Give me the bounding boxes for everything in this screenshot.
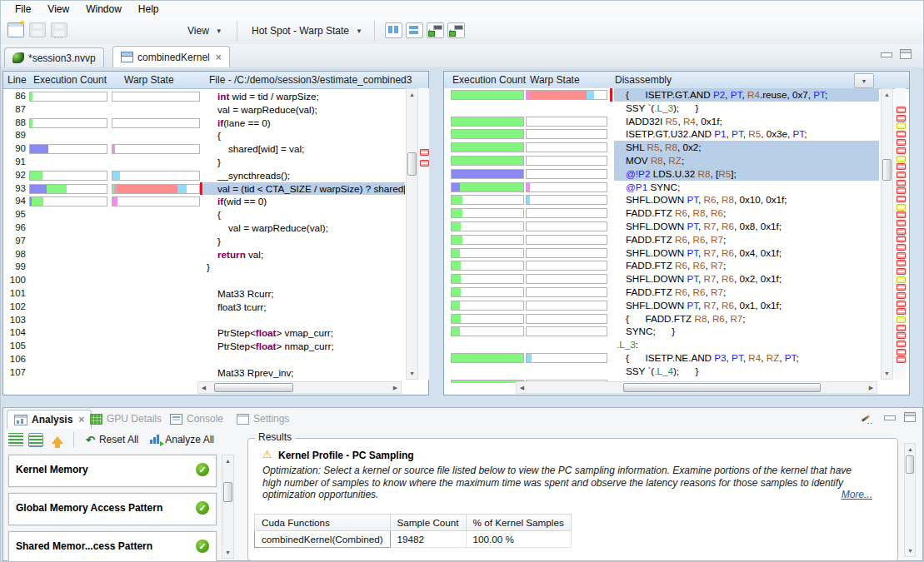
results-cell[interactable]: 100.00 % [466,531,571,548]
error-marker[interactable] [897,284,906,291]
tab-gpu-details[interactable]: GPU Details [83,410,168,428]
error-marker[interactable] [897,356,906,363]
source-code-line[interactable]: if(wid == 0) [203,195,405,208]
error-marker[interactable] [897,139,906,146]
source-code-line[interactable]: { [203,208,405,221]
warning-marker[interactable] [897,156,906,162]
results-row[interactable]: combinedKernel(Combined)19482100.00 % [255,531,572,548]
source-code-line[interactable]: __syncthreads(); [203,169,405,182]
source-code-line[interactable]: return val; [203,248,405,261]
source-code-line[interactable]: { [203,129,405,142]
error-marker[interactable] [897,308,906,315]
disassembly-line[interactable]: FADD.FTZ R6, R6, R7; [614,286,879,299]
source-code-line[interactable]: } [203,156,405,169]
source-row[interactable]: 105 PtrStep<float> nmap_curr; [3,340,405,353]
hotspot-dropdown[interactable]: Hot Spot - Warp State ▼ [247,22,367,40]
more-link[interactable]: More... [842,489,872,500]
error-marker[interactable] [897,341,906,347]
scrollbar-thumb[interactable] [906,455,914,474]
error-marker[interactable] [897,147,906,154]
disassembly-line[interactable]: IADD32I R5, R4, 0x1f; [614,115,879,128]
analysis-stage-card[interactable]: Shared Memor...cess Pattern✓ [8,531,217,562]
view-menu-pen-icon[interactable]: .. [860,413,872,425]
error-marker[interactable] [897,172,906,178]
error-marker[interactable] [897,260,906,266]
analyze-all-button[interactable]: Analyze All [150,434,214,445]
save-icon[interactable] [29,22,46,37]
disassembly-line[interactable]: SHL R5, R8, 0x2; [614,141,879,154]
results-cell[interactable]: 19482 [390,531,466,548]
error-marker[interactable] [897,220,906,226]
error-marker[interactable] [897,211,906,218]
maximize-icon[interactable] [900,49,912,59]
results-scrollbar[interactable]: ▲ ▼ [904,443,916,557]
error-marker[interactable] [897,131,906,137]
disassembly-row[interactable]: @P1 SYNC; [444,181,879,194]
disassembly-line[interactable]: SHFL.DOWN PT, R7, R6, 0x4, 0x1f; [614,246,879,260]
source-row[interactable]: 92 __syncthreads(); [3,169,405,182]
scroll-down-icon[interactable]: ▼ [882,368,892,379]
source-row[interactable]: 90 shared[wid] = val; [3,142,405,156]
disassembly-row[interactable]: FADD.FTZ R6, R6, R7; [444,286,879,299]
source-row[interactable]: 95 { [3,208,405,221]
close-icon[interactable]: × [216,52,222,63]
disassembly-line[interactable]: @!P2 LDS.U.32 R8, [R5]; [614,167,879,181]
source-row[interactable]: 106 [3,353,405,366]
menu-window[interactable]: Window [78,2,129,17]
scrollbar-thumb[interactable] [623,383,821,392]
disassembly-row[interactable]: .L_3: [444,338,879,351]
source-row[interactable]: 86 int wid = tid / warpSize; [3,90,405,103]
error-marker[interactable] [897,115,906,122]
source-code-line[interactable]: PtrStep<float> nmap_curr; [203,340,405,353]
disassembly-line[interactable]: { ISETP.GT.AND P2, PT, R4.reuse, 0x7, PT… [614,88,879,102]
scroll-left-icon[interactable]: ◀ [198,382,209,393]
error-marker[interactable] [897,228,906,235]
disassembly-row[interactable]: SSY `(.L_4); } [444,365,879,378]
warning-marker[interactable] [897,204,906,211]
analysis-stage-card[interactable]: Global Memory Access Pattern✓ [8,493,217,525]
error-marker[interactable] [897,236,906,242]
scroll-down-icon[interactable]: ▼ [407,368,417,379]
scroll-right-icon[interactable]: ▶ [390,382,401,393]
tab-analysis[interactable]: Analysis × [7,410,92,429]
disassembly-line[interactable]: SSY `(.L_3); } [614,102,879,115]
disassembly-line[interactable]: { ISETP.NE.AND P3, PT, R4, RZ, PT; [614,351,879,365]
disassembly-line[interactable]: { FADD.FTZ R8, R6, R7; [614,312,879,326]
scrollbar-thumb[interactable] [407,152,417,176]
guided-analysis-icon[interactable] [8,433,23,447]
disassembly-row[interactable]: SHFL.DOWN PT, R7, R6, 0x8, 0x1f; [444,220,879,233]
error-marker[interactable] [897,292,906,299]
scrollbar-thumb[interactable] [882,159,892,181]
disassembly-line[interactable]: .L_3: [614,338,879,351]
source-row[interactable]: 100 [3,274,405,287]
disassembly-line[interactable]: SHFL.DOWN PT, R7, R6, 0x2, 0x1f; [614,272,879,286]
menu-help[interactable]: Help [131,2,167,17]
split-vertical-icon[interactable] [385,22,402,38]
menu-view[interactable]: View [40,2,77,17]
source-row[interactable]: 103 [3,314,405,327]
warning-marker[interactable] [897,316,906,323]
disassembly-row[interactable]: SHL R5, R8, 0x2; [444,141,879,154]
disassembly-line[interactable]: SHFL.DOWN PT, R7, R6, 0x1, 0x1f; [614,299,879,312]
source-row[interactable]: 99} [3,261,405,274]
source-code-line[interactable]: Mat33 Rprev_inv; [203,366,405,380]
up-arrow-icon[interactable] [52,436,63,444]
source-row[interactable]: 88 if(lane == 0) [3,117,405,130]
error-marker[interactable] [897,325,906,331]
results-col-header[interactable]: Cuda Functions [255,515,391,531]
disassembly-line[interactable]: FADD.FTZ R6, R8, R6; [614,206,879,220]
source-code-line[interactable]: } [203,261,405,274]
error-marker[interactable] [897,187,906,194]
disassembly-row[interactable]: ISETP.GT.U32.AND P1, PT, R5, 0x3e, PT; [444,127,879,141]
error-marker[interactable] [897,301,906,307]
warning-marker[interactable] [897,276,906,283]
source-row[interactable]: 107 Mat33 Rprev_inv; [3,366,405,380]
minimize-icon[interactable] [881,52,892,57]
source-row[interactable]: 94 if(wid == 0) [3,195,405,208]
source-code-line[interactable] [203,274,405,287]
disassembly-row[interactable]: { ISETP.NE.AND P3, PT, R4, RZ, PT; [444,351,879,365]
warning-marker[interactable] [897,122,906,129]
source-row[interactable]: 91 } [3,156,405,169]
disassembly-row[interactable]: IADD32I R5, R4, 0x1f; [444,115,879,128]
disassembly-line[interactable]: SHFL.DOWN PT, R7, R6, 0x8, 0x1f; [614,220,879,233]
